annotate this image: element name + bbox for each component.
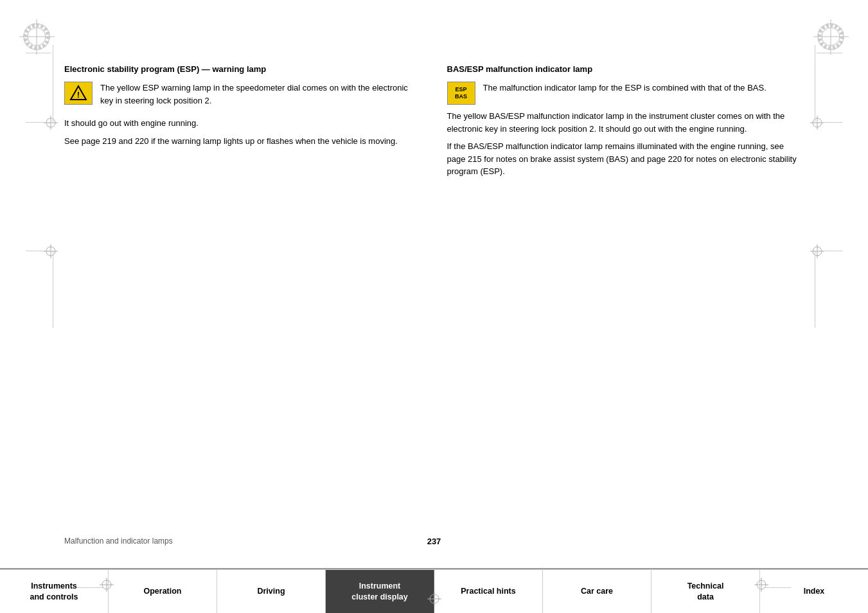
tab-technical-data[interactable]: Technical data [651,570,760,613]
border-right-lower [815,251,815,328]
tab-practical-hints-label: Practical hints [461,586,515,596]
border-left-upper [53,45,53,122]
left-section-title: Electronic stability program (ESP) — war… [64,64,421,74]
border-right-upper [815,45,815,122]
crosshair-bottom-left [100,578,114,594]
tab-operation-label: Operation [143,586,181,596]
main-content: Electronic stability program (ESP) — war… [64,39,804,523]
tab-index[interactable]: Index [760,570,868,613]
vline-bottom-right [759,587,760,613]
hborder-left-top [26,53,51,53]
hline-bottom-right [765,587,791,588]
hborder-right-top [817,53,842,53]
bas-esp-paragraph1: The malfunction indicator lamp for the E… [483,82,766,94]
esp-warning-icon-row: ! The yellow ESP warning lamp in the spe… [64,82,421,112]
crosshair-bottom-center [427,592,441,608]
border-left-lower [53,251,53,328]
bas-esp-paragraph2: The yellow BAS/ESP malfunction indicator… [447,110,804,135]
page-label-row: Malfunction and indicator lamps 237 [0,537,868,546]
crosshair-left-upper [44,116,58,132]
tab-instrument-cluster-label: Instrument cluster display [351,581,408,602]
crosshair-right-lower [810,244,824,260]
right-section-title: BAS/ESP malfunction indicator lamp [447,64,804,74]
esp-bas-icon: ESP BAS [447,82,475,105]
tab-operation[interactable]: Operation [109,570,217,613]
tab-driving-label: Driving [257,586,285,596]
hborder-left-mid [26,122,51,123]
esp-warning-paragraph2: It should go out with engine running. [64,117,421,130]
tab-instrument-cluster[interactable]: Instrument cluster display [326,570,434,613]
bas-esp-paragraph3: If the BAS/ESP malfunction indicator lam… [447,140,804,178]
tab-car-care[interactable]: Car care [543,570,651,613]
crosshair-right-upper [810,116,824,132]
left-column: Electronic stability program (ESP) — war… [64,64,421,183]
tab-technical-data-label: Technical data [687,581,724,602]
esp-warning-paragraph3: See page 219 and 220 if the warning lamp… [64,135,421,148]
vline-bottom-left [108,587,109,613]
tab-index-label: Index [804,586,825,596]
hline-bottom-left [77,587,103,588]
tab-car-care-label: Car care [581,586,613,596]
esp-warning-paragraph1: The yellow ESP warning lamp in the speed… [100,82,421,107]
corner-top-right [813,19,849,57]
tab-practical-hints[interactable]: Practical hints [434,570,543,613]
crosshair-bottom-right [754,578,768,594]
esp-warning-icon: ! [64,82,93,105]
hborder-right-bot [817,251,842,251]
hborder-left-bot [26,251,51,251]
crosshair-left-lower [44,244,58,260]
tab-instruments-label: Instruments and controls [30,581,78,602]
corner-top-left [19,19,55,57]
tab-driving[interactable]: Driving [217,570,326,613]
svg-text:!: ! [77,90,80,100]
right-column: BAS/ESP malfunction indicator lamp ESP B… [447,64,804,183]
tab-instruments[interactable]: Instruments and controls [0,570,109,613]
page-number: 237 [427,537,441,546]
bas-esp-icon-row: ESP BAS The malfunction indicator lamp f… [447,82,804,105]
hborder-right-mid [817,122,842,123]
